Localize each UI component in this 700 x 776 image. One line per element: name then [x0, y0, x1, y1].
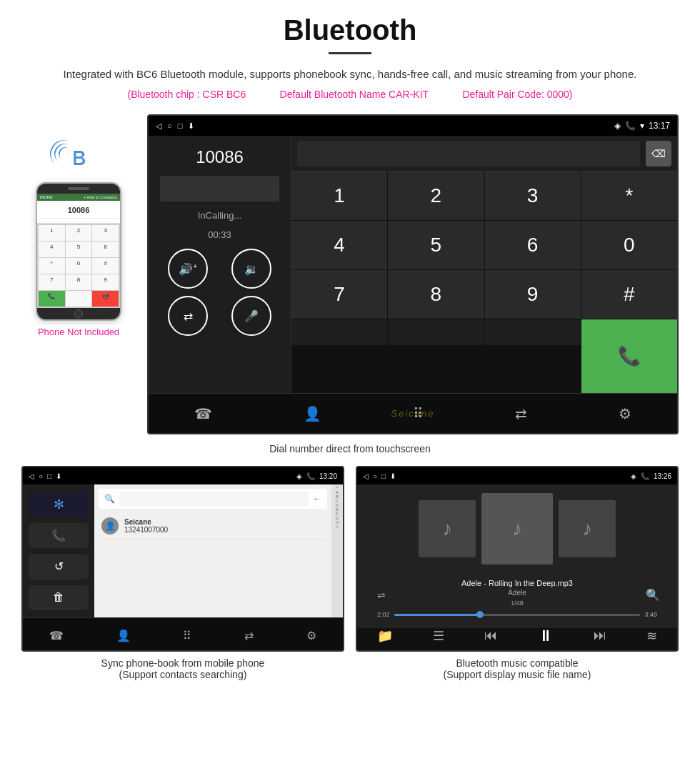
pb-dialpad-icon[interactable]: ⠿ [183, 629, 191, 642]
pb-download-icon: ⬇ [56, 472, 61, 480]
bt-sidebar-icon[interactable]: ✻ [29, 492, 89, 517]
phone-status-icon: 📞 [625, 121, 636, 131]
pb-search-bar[interactable]: 🔍 ← [99, 489, 327, 509]
dial-key-hash[interactable]: # [581, 270, 677, 319]
pb-back-arrow[interactable]: ← [313, 494, 321, 504]
status-right: ◈ 📞 ▾ 13:17 [614, 121, 670, 131]
music-back-icon[interactable]: ◁ [363, 472, 369, 480]
square-icon[interactable]: □ [178, 121, 183, 130]
phone-key-hash[interactable]: # [92, 258, 119, 274]
dial-key-empty1 [291, 319, 387, 345]
contact-item[interactable]: 👤 Seicane 13241007000 [99, 513, 327, 539]
seicane-watermark: Seicane [391, 408, 435, 419]
phone-key-0[interactable]: 0 [66, 258, 92, 274]
music-eq-icon[interactable]: ≋ [646, 628, 657, 644]
dial-key-9[interactable]: 9 [485, 270, 581, 319]
call-sidebar-btn[interactable]: 📞 [29, 523, 89, 549]
volume-down-btn[interactable]: 🔉 [231, 249, 271, 289]
dial-call-btn[interactable]: 📞 [581, 319, 677, 393]
settings-icon[interactable]: ⚙ [619, 405, 631, 422]
pb-back-icon[interactable]: ◁ [29, 472, 34, 480]
contacts-icon[interactable]: 👤 [304, 405, 321, 422]
music-square-icon[interactable]: □ [381, 472, 386, 480]
phone-key-8[interactable]: 8 [66, 274, 92, 290]
pb-home-icon[interactable]: ○ [39, 472, 43, 480]
music-car-screen: ◁ ○ □ ⬇ ◈ 📞 13:26 ♪ ♪ ♪ [356, 466, 679, 652]
dial-key-7[interactable]: 7 [291, 270, 387, 319]
dial-key-4[interactable]: 4 [291, 221, 387, 269]
music-next-icon[interactable]: ⏭ [594, 628, 606, 643]
call-buttons: 🔊+ 🔉 ⇄ 🎤 [160, 249, 279, 336]
shuffle-icon[interactable]: ⇌ [369, 590, 394, 601]
music-home-icon[interactable]: ○ [373, 472, 377, 480]
contact-list: 🔍 ← 👤 Seicane 13241007000 [94, 484, 331, 617]
dial-caption: Dial number direct from touchscreen [21, 443, 679, 454]
music-download-icon: ⬇ [390, 472, 396, 480]
phone-key-1[interactable]: 1 [39, 225, 65, 241]
phone-add-contact: + Add to Contacts [83, 195, 117, 199]
phone-key-4[interactable]: 4 [39, 242, 65, 257]
delete-sidebar-btn[interactable]: 🗑 [29, 585, 89, 611]
music-prev-icon[interactable]: ⏮ [484, 628, 497, 643]
phone-dialpad: 1 2 3 4 5 6 * 0 # 7 8 9 📞 📵 [37, 224, 120, 308]
alphabet-scroll[interactable]: * A B C D E F G H I [331, 484, 343, 617]
phone-key-3[interactable]: 3 [92, 225, 119, 241]
back-icon[interactable]: ◁ [156, 121, 161, 131]
phone-home-btn[interactable] [74, 309, 83, 318]
delete-btn[interactable]: ⌫ [646, 141, 671, 166]
music-list-icon[interactable]: ☰ [433, 628, 444, 644]
music-caption: Bluetooth music compatible(Support displ… [356, 657, 679, 680]
call-right-panel: ⌫ 1 2 3 * 4 5 6 0 7 8 9 # [291, 136, 677, 393]
call-transfer-icon[interactable]: ☎ [194, 405, 212, 422]
pb-square-icon[interactable]: □ [47, 472, 51, 480]
mic-btn[interactable]: 🎤 [231, 296, 271, 336]
music-search-icon[interactable]: 🔍 [640, 588, 666, 602]
phone-top-bar [37, 184, 120, 194]
dial-key-1[interactable]: 1 [291, 171, 387, 220]
phone-call-btn[interactable]: 📞 [39, 291, 65, 307]
phone-key-5[interactable]: 5 [66, 242, 92, 257]
dial-key-2[interactable]: 2 [388, 171, 484, 220]
dial-key-3[interactable]: 3 [485, 171, 581, 220]
dial-key-6[interactable]: 6 [485, 221, 581, 269]
music-progress-thumb[interactable] [476, 611, 484, 618]
dial-key-5[interactable]: 5 [388, 221, 484, 269]
dial-key-8[interactable]: 8 [388, 270, 484, 319]
pb-transfer-icon[interactable]: ⇄ [244, 629, 254, 642]
volume-up-btn[interactable]: 🔊+ [168, 249, 208, 289]
call-status: InCalling... [198, 210, 241, 221]
album-thumb-main: ♪ [481, 493, 553, 564]
music-progress-track[interactable] [394, 614, 641, 616]
pb-call-icon[interactable]: ☎ [49, 629, 64, 642]
phonebook-screen-wrap: ◁ ○ □ ⬇ ◈ 📞 13:20 ✻ 📞 ↺ [21, 466, 344, 680]
dialpad-grid: 1 2 3 * 4 5 6 0 7 8 9 # [291, 171, 677, 393]
home-icon[interactable]: ○ [167, 121, 172, 130]
phone-key-9[interactable]: 9 [92, 274, 119, 290]
music-folder-icon[interactable]: 📁 [377, 628, 393, 644]
phone-not-included-label: Phone Not Included [38, 327, 119, 337]
search-input[interactable] [119, 492, 309, 506]
call-duration: 00:33 [208, 229, 231, 240]
transfer-screen-icon[interactable]: ⇄ [515, 405, 527, 422]
phone-key-7[interactable]: 7 [39, 274, 65, 290]
alpha-i[interactable]: I [336, 524, 338, 529]
phonebook-bottom-bar: ☎ 👤 ⠿ ⇄ ⚙ [23, 617, 343, 652]
pb-settings-icon[interactable]: ⚙ [306, 629, 316, 642]
bottom-screenshots: ◁ ○ □ ⬇ ◈ 📞 13:20 ✻ 📞 ↺ [21, 466, 679, 680]
phone-key-2[interactable]: 2 [66, 225, 92, 241]
phonebook-status-bar: ◁ ○ □ ⬇ ◈ 📞 13:20 [23, 467, 343, 484]
dialpad-input[interactable] [297, 141, 640, 166]
phone-key-6[interactable]: 6 [92, 242, 119, 257]
specs-line: (Bluetooth chip : CSR BC6 Default Blueto… [21, 89, 679, 100]
pb-contacts-icon[interactable]: 👤 [116, 629, 131, 642]
music-album-area: ♪ ♪ ♪ [357, 484, 677, 573]
phone-end-btn[interactable]: 📵 [92, 291, 119, 307]
phone-screen: MORE + Add to Contacts 10086 1 2 3 4 5 6 [37, 194, 120, 308]
sync-sidebar-btn[interactable]: ↺ [29, 554, 89, 579]
phone-mockup: MORE + Add to Contacts 10086 1 2 3 4 5 6 [36, 182, 121, 321]
dial-key-star[interactable]: * [581, 171, 677, 220]
phone-key-star[interactable]: * [39, 258, 65, 274]
dial-key-0[interactable]: 0 [581, 221, 677, 269]
transfer-btn[interactable]: ⇄ [168, 296, 208, 336]
music-play-icon[interactable]: ⏸ [538, 627, 554, 645]
